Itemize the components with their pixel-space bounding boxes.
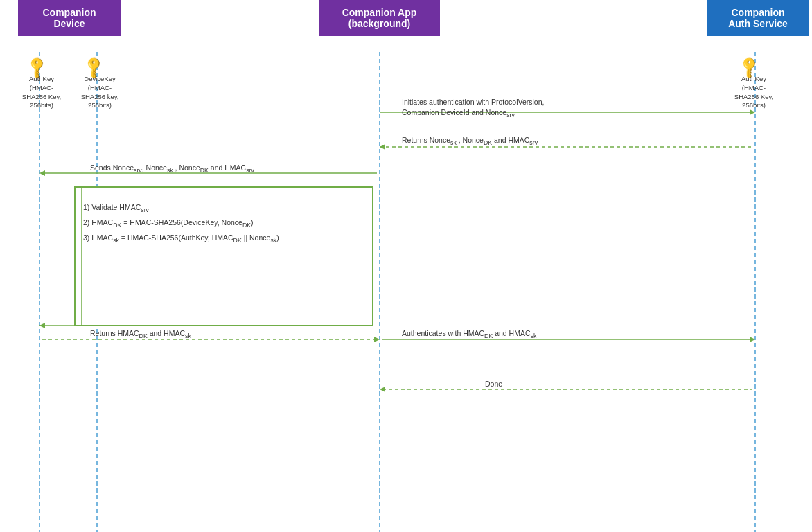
process-box: 1) Validate HMACsrv 2) HMACDK = HMAC-SHA… (75, 187, 373, 326)
authkey-auth-label: AuthKey(HMAC-SHA256 Key,256bits) (726, 75, 782, 110)
actor-companion-auth: CompanionAuth Service (707, 0, 809, 36)
actor-companion-app: Companion App(background) (319, 0, 440, 36)
msg6-label: Done (485, 380, 502, 388)
svg-marker-17 (750, 337, 755, 342)
authkey-device-label: AuthKey(HMAC-SHA256 Key,256bits) (14, 75, 69, 110)
msg3-label: Sends Noncesrv, Noncesk , NonceDK and HM… (90, 163, 254, 174)
svg-marker-19 (380, 387, 385, 392)
svg-marker-9 (39, 170, 45, 176)
actor-companion-device: Companion Device (18, 0, 121, 36)
svg-marker-13 (39, 323, 45, 328)
msg2-label: Returns Noncesk , NonceDK and HMACsrv (402, 136, 538, 146)
msg1-label: Initiates authentication with ProtocolVe… (402, 97, 544, 119)
msg5-label: Authenticates with HMACDK and HMACsk (402, 329, 536, 339)
devicekey-device-label: DeviceKey(HMAC-SHA256 key,256bits) (72, 75, 127, 110)
svg-marker-7 (380, 144, 385, 150)
svg-marker-15 (374, 337, 380, 342)
msg4-label: Returns HMACDK and HMACsk (90, 329, 191, 339)
sequence-diagram: Companion Device Companion App(backgroun… (0, 0, 812, 532)
